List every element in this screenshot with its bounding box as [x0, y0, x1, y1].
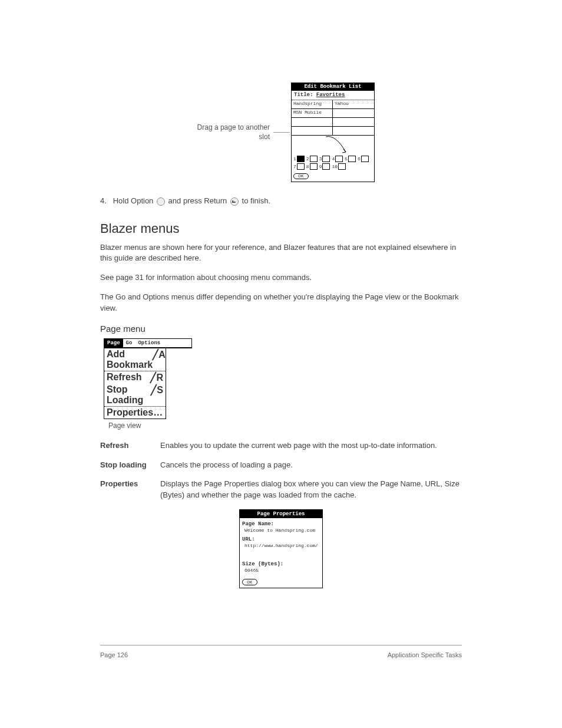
bookmark-cell: Handspring [292, 100, 333, 109]
label-size: Size (Bytes): [242, 561, 320, 567]
menu-item: Add Bookmark ╱A [104, 348, 166, 371]
step-4: 4. Hold Option and press Return to finis… [100, 196, 462, 206]
menu-item: Refresh ╱R [104, 371, 166, 384]
value-url: http://www.handspring.com/ [244, 543, 320, 548]
heading-blazer-menus: Blazer menus [100, 221, 462, 236]
bookmark-cell [292, 127, 333, 136]
def-desc: Cancels the process of loading a page. [160, 460, 462, 471]
definition-list: Refresh Enables you to update the curren… [100, 440, 462, 501]
leader-line [273, 132, 290, 133]
figure-caption: Drag a page to another slot [187, 123, 270, 141]
label-url: URL: [242, 536, 320, 542]
bookmark-cell: MSN Mobile [292, 109, 333, 118]
paragraph: Blazer menus are shown here for your ref… [100, 242, 462, 265]
footer-rule [100, 645, 462, 645]
menu-tab-go: Go [123, 339, 135, 347]
option-key-icon [157, 197, 165, 206]
def-term-refresh: Refresh [100, 440, 160, 452]
dialog-title: Edit Bookmark List [292, 83, 374, 91]
bookmark-cell [333, 127, 374, 136]
edit-bookmark-list-dialog: Edit Bookmark List Title: Favorites Hand… [291, 83, 375, 182]
value-page-name: Welcome to Handspring.com [244, 528, 320, 533]
ok-button: OK [293, 173, 309, 179]
footer-page-number: Page 126 [100, 651, 128, 658]
page-properties-dialog: Page Properties Page Name: Welcome to Ha… [239, 509, 323, 588]
dialog-subtitle: Title: Favorites [292, 91, 374, 100]
page-footer: Page 126 Application Specific Tasks [100, 651, 462, 658]
value-size: 60465 [244, 568, 320, 573]
bookmark-cell: Yahoo [333, 100, 374, 109]
return-key-icon [230, 197, 239, 206]
drag-arrow [292, 136, 374, 154]
menu-caption: Page view [108, 421, 462, 430]
heading-page-menu: Page menu [100, 324, 462, 334]
bookmark-cell [292, 118, 333, 127]
def-desc: Enables you to update the current web pa… [160, 440, 462, 452]
menu-tab-page: Page [104, 339, 123, 347]
page-selector: 1 2 3 4 5 6 7 8 9 10 [292, 154, 374, 172]
def-term-stop-loading: Stop loading [100, 460, 160, 471]
def-term-properties: Properties [100, 479, 160, 501]
label-page-name: Page Name: [242, 521, 320, 527]
figure-edit-bookmark-list: Drag a page to another slot Edit Bookmar… [100, 83, 462, 182]
paragraph: See page 31 for information about choosi… [100, 272, 462, 284]
menu-item: Stop Loading ╱S [104, 384, 166, 406]
bookmark-cell [333, 109, 374, 118]
paragraph: The Go and Options menus differ dependin… [100, 292, 462, 314]
menu-tab-options: Options [135, 339, 163, 347]
page-menu-screenshot: Page Go Options [104, 338, 192, 348]
footer-section-title: Application Specific Tasks [388, 651, 462, 658]
ok-button: OK [242, 579, 257, 585]
bookmark-cell [333, 118, 374, 127]
def-desc: Displays the Page Properties dialog box … [160, 479, 462, 501]
dialog-title: Page Properties [240, 510, 322, 518]
menu-item: Properties… [104, 406, 166, 419]
